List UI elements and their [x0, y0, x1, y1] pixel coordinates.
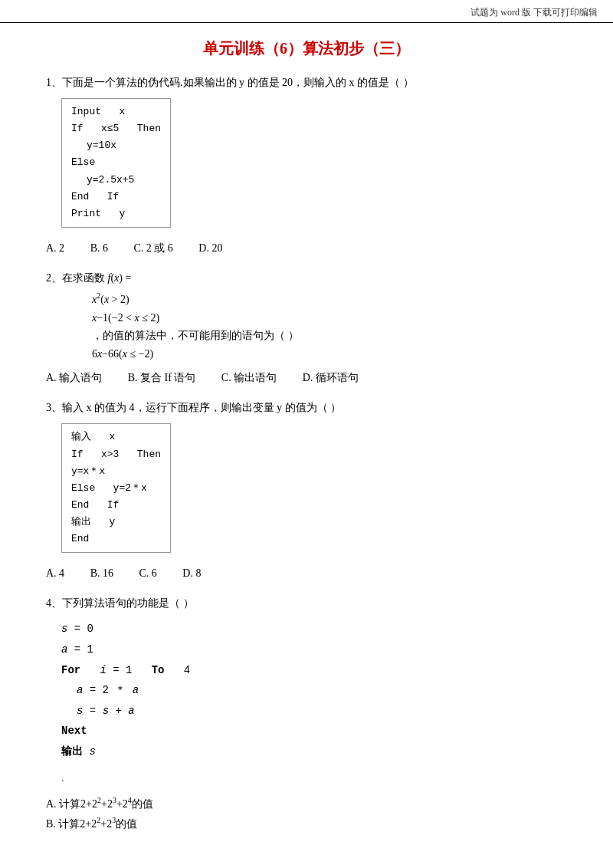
content-area: 单元训练（6）算法初步（三） 1、下面是一个算法的伪代码.如果输出的 y 的值是…: [0, 23, 613, 867]
q1-code: Input x If x≤5 Then y=10x Else y=2.5x+5 …: [71, 104, 161, 222]
question-2-text: 2、在求函数 f(x) =: [46, 268, 567, 288]
q2-opt-d: D. 循环语句: [303, 372, 359, 383]
q1-options: A. 2 B. 6 C. 2 或 6 D. 20: [46, 238, 567, 258]
q4-opt-a: A. 计算2+22+23+24的值: [46, 794, 567, 814]
q4-line4: a = 2 ＊ a: [61, 680, 567, 701]
q3-line6: 输出 y: [71, 514, 161, 531]
q3-line4: Else y=2＊x: [71, 480, 161, 497]
q1-body: 、下面是一个算法的伪代码.如果输出的 y 的值是 20，则输入的 x 的值是（ …: [51, 77, 414, 88]
q2-number: 2: [46, 272, 51, 284]
q2-body: 、在求函数 f(x) =: [51, 272, 131, 284]
q1-code-line1: Input x: [71, 104, 161, 120]
question-4: 4、下列算法语句的功能是（ ） s = 0 a = 1 For i = 1 To…: [46, 593, 567, 833]
q3-code: 输入 x If x>3 Then y=x＊x Else y=2＊x End If…: [71, 429, 161, 547]
q4-line7: 输出 s: [61, 741, 567, 762]
q3-number: 3: [46, 402, 51, 413]
q4-dot: .: [46, 768, 567, 787]
question-3: 3、输入 x 的值为 4，运行下面程序，则输出变量 y 的值为（ ） 输入 x …: [46, 398, 567, 583]
q2-piecewise: x2(x > 2) x−1(−2 < x ≤ 2) ，的值的算法中，不可能用到的…: [92, 289, 567, 363]
q3-code-box: 输入 x If x>3 Then y=x＊x Else y=2＊x End If…: [61, 423, 171, 553]
q3-line3: y=x＊x: [71, 463, 161, 480]
q3-line5: End If: [71, 497, 161, 514]
q3-opt-c: C. 6: [139, 567, 156, 579]
q2-opt-b: B. 复合 If 语句: [128, 372, 196, 383]
q1-code-line3: y=10x: [71, 137, 161, 154]
q4-opt-b: B. 计算2+22+23的值: [46, 814, 567, 833]
q2-opt-a: A. 输入语句: [46, 372, 102, 383]
header-bar: 试题为 word 版 下载可打印编辑: [0, 0, 613, 23]
q2-piece1: x2(x > 2): [92, 289, 567, 308]
q4-line1: s = 0: [61, 619, 567, 639]
q1-code-line4: Else: [71, 154, 161, 171]
q4-line2: a = 1: [61, 639, 567, 660]
q4-line3: For i = 1 To 4: [61, 660, 567, 681]
q2-options: A. 输入语句 B. 复合 If 语句 C. 输出语句 D. 循环语句: [46, 368, 567, 387]
q1-code-box: Input x If x≤5 Then y=10x Else y=2.5x+5 …: [61, 98, 171, 228]
header-text: 试题为 word 版 下载可打印编辑: [470, 7, 598, 18]
q2-label-cont: ，的值的算法中，不可能用到的语句为（ ）: [92, 327, 567, 345]
q3-line1: 输入 x: [71, 429, 161, 446]
q1-code-line7: Print y: [71, 205, 161, 222]
q4-line6: Next: [61, 721, 567, 741]
q3-body: 、输入 x 的值为 4，运行下面程序，则输出变量 y 的值为（ ）: [51, 402, 341, 413]
q1-opt-d: D. 20: [198, 242, 222, 254]
q4-line5: s = s + a: [61, 701, 567, 722]
q4-number: 4: [46, 597, 51, 609]
q1-number: 1: [46, 77, 51, 88]
q3-line2: If x>3 Then: [71, 446, 161, 463]
q1-code-line5: y=2.5x+5: [71, 172, 161, 189]
q3-opt-b: B. 16: [90, 567, 113, 579]
page-title: 单元训练（6）算法初步（三）: [46, 38, 567, 59]
q1-opt-c: C. 2 或 6: [133, 242, 172, 254]
question-1-text: 1、下面是一个算法的伪代码.如果输出的 y 的值是 20，则输入的 x 的值是（…: [46, 73, 567, 92]
q4-body: 、下列算法语句的功能是（ ）: [51, 597, 194, 609]
q3-options: A. 4 B. 16 C. 6 D. 8: [46, 564, 567, 583]
question-1: 1、下面是一个算法的伪代码.如果输出的 y 的值是 20，则输入的 x 的值是（…: [46, 73, 567, 258]
q3-opt-d: D. 8: [182, 567, 201, 579]
question-3-text: 3、输入 x 的值为 4，运行下面程序，则输出变量 y 的值为（ ）: [46, 398, 567, 417]
q1-code-line2: If x≤5 Then: [71, 120, 161, 137]
q2-piece2: x−1(−2 < x ≤ 2): [92, 309, 567, 327]
q1-code-line6: End If: [71, 189, 161, 205]
q1-opt-b: B. 6: [90, 242, 108, 254]
question-2: 2、在求函数 f(x) = x2(x > 2) x−1(−2 < x ≤ 2) …: [46, 268, 567, 387]
q4-for-block: s = 0 a = 1 For i = 1 To 4 a = 2 ＊ a s =…: [61, 619, 567, 761]
q2-piece3: 6x−66(x ≤ −2): [92, 345, 567, 363]
q4-options: A. 计算2+22+23+24的值 B. 计算2+22+23的值: [46, 794, 567, 833]
question-4-text: 4、下列算法语句的功能是（ ）: [46, 593, 567, 613]
q1-opt-a: A. 2: [46, 242, 64, 254]
q2-opt-c: C. 输出语句: [221, 372, 277, 383]
q3-line7: End: [71, 531, 161, 547]
q3-opt-a: A. 4: [46, 567, 64, 579]
